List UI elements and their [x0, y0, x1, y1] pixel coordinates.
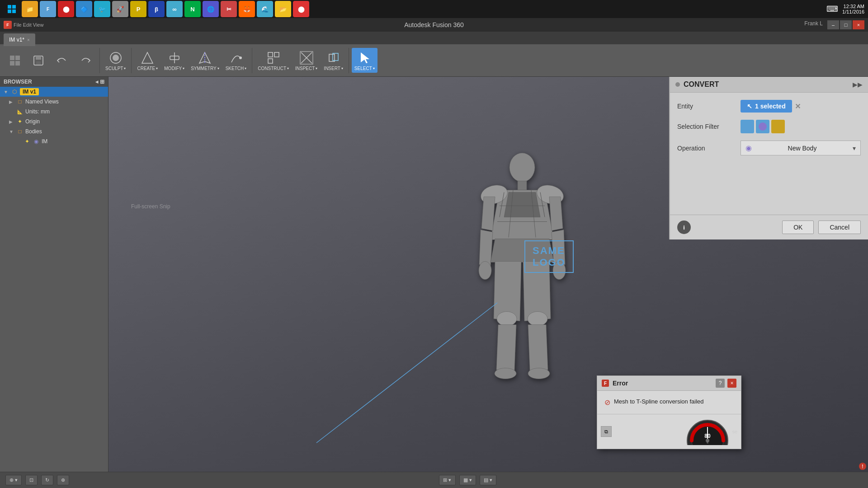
units-icon: 📐: [16, 108, 24, 115]
tree-item-named-views[interactable]: ▶ □ Named Views: [0, 97, 108, 107]
app-cyan-icon[interactable]: 🐦: [94, 1, 110, 17]
tree-item-origin[interactable]: ▶ ✦ Origin: [0, 117, 108, 127]
app-scissors-icon[interactable]: ✂: [221, 1, 237, 17]
toolbar-nav[interactable]: [4, 51, 26, 70]
toolbar-inspect[interactable]: INSPECT▾: [292, 48, 320, 73]
svg-rect-8: [10, 61, 14, 66]
minimize-button[interactable]: –: [827, 20, 839, 29]
error-close-button[interactable]: ×: [727, 379, 736, 388]
status-cursor-button[interactable]: ⊕ ▾: [5, 475, 22, 485]
tree-item-imv1[interactable]: ▼ ⬡ IM v1: [0, 87, 108, 97]
toolbar: SCULPT▾ CREATE▾ MODIFY▾ SYMMETRY▾ SKETCH…: [0, 44, 868, 77]
component-label: IM v1: [20, 88, 39, 95]
app-rocket-icon[interactable]: 🚀: [112, 1, 128, 17]
tab-close-button[interactable]: ×: [27, 38, 30, 42]
toolbar-modify[interactable]: MODIFY▾: [161, 48, 187, 73]
app-globe-icon[interactable]: 🌐: [203, 1, 219, 17]
bodies-folder-icon: □: [16, 128, 24, 135]
error-dialog-header: F Error ? ×: [597, 376, 741, 391]
modify-icon: [166, 50, 183, 66]
annotation-box: SAME LOGO: [524, 240, 574, 273]
operation-dropdown[interactable]: ◉ New Body ▾: [741, 141, 861, 155]
keyboard-icon[interactable]: ⌨: [824, 1, 840, 17]
status-snap-button[interactable]: ⊡: [25, 475, 38, 485]
viewport[interactable]: FRONT Full-screen Snip: [108, 77, 868, 472]
error-help-button[interactable]: ?: [716, 379, 725, 388]
tree-item-bodies[interactable]: ▼ □ Bodies: [0, 127, 108, 136]
svg-rect-21: [268, 59, 273, 63]
app-files-icon[interactable]: 📁: [22, 1, 38, 17]
browser-expand-button[interactable]: ⊞: [100, 79, 104, 85]
app-folder-icon[interactable]: 📂: [275, 1, 291, 17]
toolbar-separator-2: [131, 48, 132, 73]
close-button[interactable]: ×: [853, 20, 864, 29]
app-chrome-icon[interactable]: ⬤: [293, 1, 309, 17]
toolbar-insert[interactable]: INSERT▾: [321, 48, 346, 73]
filter-icon-3[interactable]: [771, 120, 785, 133]
status-display-button[interactable]: ▦ ▾: [459, 475, 476, 485]
ok-button[interactable]: OK: [782, 221, 814, 234]
error-icon: ⊘: [604, 398, 610, 407]
toolbar-save[interactable]: [27, 51, 50, 70]
entity-clear-button[interactable]: ✕: [795, 102, 801, 111]
status-layout-button[interactable]: ▤ ▾: [480, 475, 496, 485]
browser-back-button[interactable]: ◂: [95, 79, 98, 85]
convert-panel: CONVERT ▶▶ Entity ↖ 1 selected ✕: [669, 77, 868, 239]
toolbar-select[interactable]: SELECT▾: [352, 48, 377, 73]
toolbar-construct[interactable]: CONSTRUCT▾: [255, 48, 292, 73]
error-dialog-title: Error: [613, 380, 628, 387]
modify-label: MODIFY▾: [164, 66, 184, 71]
svg-text:80: 80: [705, 433, 711, 439]
app-browser-icon[interactable]: 🌊: [257, 1, 273, 17]
toolbar-undo[interactable]: [51, 51, 73, 70]
taskbar: 📁 F ⬤ 🔷 🐦 🚀 P β ∞ N 🌐 ✂ 🦊 🌊 📂 ⬤ ⌨ 12:32 …: [0, 0, 868, 18]
toolbar-symmetry[interactable]: SYMMETRY▾: [188, 48, 222, 73]
app-beta-icon[interactable]: β: [148, 1, 165, 17]
info-button[interactable]: i: [677, 221, 691, 234]
app-p-icon[interactable]: P: [130, 1, 146, 17]
app-fusion-icon[interactable]: F: [40, 1, 56, 17]
copy-button[interactable]: ⧉: [601, 426, 612, 437]
nav-icon: [7, 52, 23, 69]
status-grid-button[interactable]: ⊞ ▾: [439, 475, 455, 485]
filter-icon-1[interactable]: [741, 120, 754, 133]
svg-marker-35: [549, 197, 563, 231]
tree-item-im[interactable]: ✦ ◉ IM: [0, 136, 108, 146]
window-title: Autodesk Fusion 360: [404, 21, 464, 28]
construct-label: CONSTRUCT▾: [258, 66, 289, 71]
browser-panel: BROWSER ◂ ⊞ ▼ ⬡ IM v1 ▶ □ Named Views 📐 …: [0, 77, 108, 472]
svg-point-60: [759, 122, 767, 131]
cursor-icon: ↖: [747, 103, 752, 110]
sculpt-icon: [108, 50, 124, 66]
cancel-button[interactable]: Cancel: [818, 221, 861, 234]
tabbar: IM v1* ×: [0, 32, 868, 44]
svg-marker-45: [496, 325, 516, 371]
panel-collapse-button[interactable]: ▶▶: [853, 81, 863, 88]
tree-item-units[interactable]: 📐 Units: mm: [0, 107, 108, 117]
construct-icon: [265, 50, 282, 66]
toolbar-sketch[interactable]: SKETCH▾: [223, 48, 250, 73]
im-label: IM: [42, 138, 47, 145]
svg-point-44: [528, 312, 547, 326]
start-button[interactable]: [4, 1, 20, 17]
toolbar-sculpt[interactable]: SCULPT▾: [103, 48, 128, 73]
app-arduino-icon[interactable]: ∞: [166, 1, 183, 17]
status-rotate-button[interactable]: ↻: [41, 475, 53, 485]
symmetry-label: SYMMETRY▾: [191, 66, 219, 71]
app-blue-icon[interactable]: 🔷: [76, 1, 92, 17]
document-tab[interactable]: IM v1* ×: [4, 33, 35, 46]
toolbar-redo[interactable]: [74, 51, 97, 70]
app-red-icon[interactable]: ⬤: [58, 1, 74, 17]
convert-panel-footer: i OK Cancel: [670, 215, 868, 239]
svg-marker-31: [504, 192, 540, 217]
undo-icon: [54, 52, 70, 69]
filter-icon-2[interactable]: [756, 120, 769, 133]
user-name[interactable]: Frank L: [804, 20, 823, 29]
toolbar-create[interactable]: CREATE▾: [134, 48, 160, 73]
status-zoom-button[interactable]: ⊕: [57, 475, 69, 485]
maximize-button[interactable]: □: [840, 20, 852, 29]
entity-selected-button[interactable]: ↖ 1 selected: [741, 100, 792, 113]
app-green-icon[interactable]: N: [184, 1, 201, 17]
app-firefox-icon[interactable]: 🦊: [239, 1, 255, 17]
svg-rect-7: [15, 56, 20, 60]
